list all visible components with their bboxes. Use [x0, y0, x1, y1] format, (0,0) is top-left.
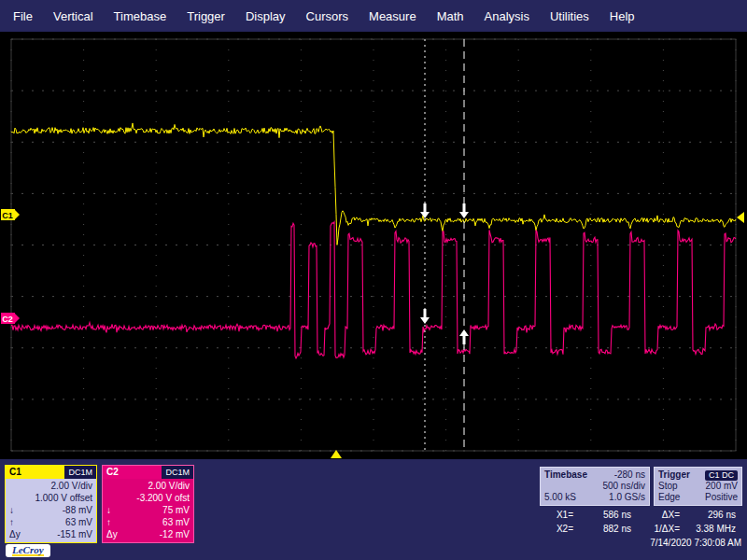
trigger-source-badge: C1 DC	[705, 470, 738, 481]
menu-item-math[interactable]: Math	[427, 1, 474, 32]
cursor-arrow-down-icon	[420, 309, 430, 324]
cursor-arrow-up-icon	[459, 329, 469, 344]
channel2-offset: -3.200 V ofst	[136, 493, 190, 504]
channel2-name: C2	[103, 466, 162, 479]
menu-item-vertical[interactable]: Vertical	[43, 1, 104, 32]
channel1-name: C1	[6, 466, 64, 479]
trigger-type: Edge	[658, 492, 680, 503]
menu-item-analysis[interactable]: Analysis	[474, 1, 540, 32]
channel1-scale: 2.00 V/div	[51, 481, 92, 492]
channel1-cursor-high: 63 mV	[65, 517, 92, 528]
menu-item-cursors[interactable]: Cursors	[296, 1, 359, 32]
channel1-offset: 1.000 V offset	[35, 493, 92, 504]
channel2-header: C2 DC1M	[103, 466, 193, 479]
x1-label: X1=	[543, 510, 573, 520]
channel1-body: 2.00 V/div 1.000 V offset ↓-88 mV ↑63 mV…	[6, 479, 96, 542]
trigger-panel[interactable]: Trigger C1 DC Stop200 mV EdgePositive	[654, 467, 742, 506]
channel1-delta-label: Δy	[9, 529, 21, 540]
menu-item-measure[interactable]: Measure	[359, 1, 427, 32]
channel2-scale: 2.00 V/div	[148, 481, 190, 492]
oscilloscope-screen: FileVerticalTimebaseTriggerDisplayCursor…	[0, 0, 747, 560]
cursor-low-arrow-icon: ↓	[9, 505, 14, 516]
trigger-mode: Stop	[658, 481, 678, 492]
timebase-title: Timebase	[544, 469, 587, 481]
trigger-slope: Positive	[705, 492, 738, 503]
scope-svg: C1C2	[0, 32, 747, 459]
menu-bar: FileVerticalTimebaseTriggerDisplayCursor…	[0, 0, 747, 32]
dx-value: 296 ns	[680, 510, 743, 520]
lecroy-logo-text: LeCroy	[12, 545, 44, 556]
trigger-title: Trigger	[658, 469, 690, 481]
c2-offset-arrow-icon	[15, 314, 20, 323]
trigger-level-marker[interactable]	[737, 212, 744, 223]
channel2-cursor-low: 75 mV	[162, 505, 190, 516]
menu-item-file[interactable]: File	[3, 1, 43, 32]
channel2-descriptor[interactable]: C2 DC1M 2.00 V/div -3.200 V ofst ↓75 mV …	[102, 465, 194, 543]
channel1-coupling-badge: DC1M	[64, 466, 96, 479]
channel1-header: C1 DC1M	[6, 466, 96, 479]
cursor-readout: X1= 586 ns ΔX= 296 ns X2= 882 ns 1/ΔX= 3…	[543, 510, 743, 534]
menu-item-utilities[interactable]: Utilities	[540, 1, 599, 32]
cursor-arrow-down-icon	[459, 203, 469, 218]
channel2-cursor-high: 63 mV	[162, 517, 190, 528]
cursor-high-arrow-icon: ↑	[9, 517, 14, 528]
menu-item-trigger[interactable]: Trigger	[176, 1, 235, 32]
x1-value: 586 ns	[573, 510, 639, 520]
channel2-delta-value: -12 mV	[160, 529, 190, 540]
trigger-source: C1	[709, 470, 720, 480]
timebase-panel[interactable]: Timebase-280 ns 500 ns/div 5.00 kS1.0 GS…	[540, 467, 650, 506]
c1-offset-label: C1	[2, 211, 13, 220]
timebase-offset: -280 ns	[614, 469, 645, 481]
timebase-samples: 5.00 kS	[544, 492, 576, 503]
c1-offset-arrow-icon	[15, 210, 20, 219]
c1-trace	[11, 123, 736, 245]
timebase-scale: 500 ns/div	[602, 481, 645, 492]
waveform-display[interactable]: C1C2	[0, 32, 747, 459]
menu-item-display[interactable]: Display	[235, 1, 296, 32]
channel2-body: 2.00 V/div -3.200 V ofst ↓75 mV ↑63 mV Δ…	[103, 479, 193, 542]
x2-value: 882 ns	[573, 524, 639, 534]
trigger-coupling: DC	[722, 470, 734, 480]
channel1-delta-value: -151 mV	[57, 529, 92, 540]
trigger-level: 200 mV	[706, 481, 738, 492]
status-panel: C1 DC1M 2.00 V/div 1.000 V offset ↓-88 m…	[0, 459, 747, 560]
channel1-cursor-low: -88 mV	[63, 505, 92, 516]
x2-label: X2=	[543, 524, 573, 534]
inv-dx-label: 1/ΔX=	[639, 524, 680, 534]
menu-item-timebase[interactable]: Timebase	[104, 1, 177, 32]
menu-item-help[interactable]: Help	[599, 1, 645, 32]
lecroy-logo: LeCroy	[6, 544, 50, 557]
dx-label: ΔX=	[639, 510, 680, 520]
c2-offset-label: C2	[2, 315, 13, 324]
channel2-delta-label: Δy	[106, 529, 118, 540]
channel2-coupling-badge: DC1M	[162, 466, 193, 479]
cursor-low-arrow-icon: ↓	[106, 505, 111, 516]
channel1-descriptor[interactable]: C1 DC1M 2.00 V/div 1.000 V offset ↓-88 m…	[5, 465, 97, 543]
timebase-rate: 1.0 GS/s	[609, 492, 645, 503]
inv-dx-value: 3.38 MHz	[680, 524, 743, 534]
cursor-arrow-down-icon	[420, 203, 430, 218]
datetime-display: 7/14/2020 7:30:08 AM	[650, 538, 741, 548]
cursor-high-arrow-icon: ↑	[106, 517, 111, 528]
